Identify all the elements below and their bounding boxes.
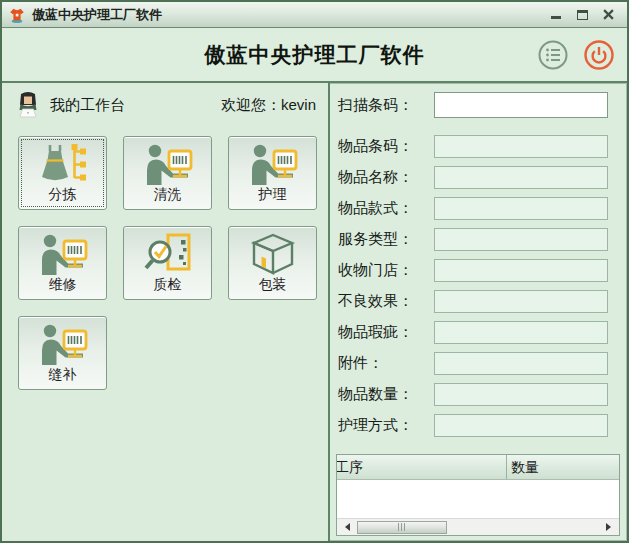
button-label: 质检 (154, 276, 182, 294)
button-label: 护理 (259, 186, 287, 204)
header: 傲蓝中央护理工厂软件 (2, 28, 627, 83)
item-quantity-row: 物品数量： (338, 382, 620, 406)
attachment-input[interactable] (434, 352, 608, 375)
person-monitor-icon (248, 137, 298, 186)
attachment-row: 附件： (338, 351, 620, 375)
bad-effect-input[interactable] (434, 290, 608, 313)
item-name-row: 物品名称： (338, 165, 620, 189)
person-monitor-icon (38, 317, 88, 366)
scan-barcode-label: 扫描条码： (338, 96, 434, 115)
item-quantity-input[interactable] (434, 383, 608, 406)
button-label: 缝补 (49, 366, 77, 384)
close-icon (603, 9, 614, 20)
action-button-grid: 分拣 清洗 (18, 136, 328, 390)
menu-list-icon[interactable] (537, 39, 569, 71)
bad-effect-row: 不良效果： (338, 289, 620, 313)
button-label: 分拣 (49, 186, 77, 204)
packing-button[interactable]: 包装 (228, 226, 317, 300)
minimize-button[interactable] (549, 8, 563, 22)
scrollbar-thumb[interactable] (357, 521, 447, 534)
scan-barcode-row: 扫描条码： (338, 92, 620, 118)
page-title: 傲蓝中央护理工厂软件 (205, 41, 425, 69)
washing-button[interactable]: 清洗 (123, 136, 212, 210)
app-window: 傲蓝中央护理工厂软件 傲蓝中央护理工厂软件 (0, 0, 629, 543)
item-fields: 物品条码： 物品名称： 物品款式： 服务类型： 收物门店： (336, 134, 620, 444)
window-title: 傲蓝中央护理工厂软件 (32, 6, 162, 24)
scan-barcode-input[interactable] (434, 92, 608, 118)
column-header-process[interactable]: 工序 (337, 455, 507, 479)
package-box-icon (248, 227, 298, 276)
window-controls (549, 8, 621, 22)
button-label: 包装 (259, 276, 287, 294)
close-button[interactable] (601, 8, 615, 22)
dress-sort-icon (38, 137, 88, 186)
repair-button[interactable]: 维修 (18, 226, 107, 300)
workbench-header: 我的工作台 欢迎您：kevin (14, 90, 316, 120)
scroll-left-arrow-icon[interactable] (341, 523, 350, 531)
button-label: 清洗 (154, 186, 182, 204)
workbench-title: 我的工作台 (50, 96, 125, 115)
item-barcode-input[interactable] (434, 135, 608, 158)
receiving-store-row: 收物门店： (338, 258, 620, 282)
care-button[interactable]: 护理 (228, 136, 317, 210)
person-monitor-icon (143, 137, 193, 186)
item-flaw-row: 物品瑕疵： (338, 320, 620, 344)
app-tshirt-icon (8, 6, 26, 24)
thumb-grip-icon (398, 523, 407, 531)
button-label: 维修 (49, 276, 77, 294)
power-icon[interactable] (583, 39, 615, 71)
care-method-input[interactable] (434, 414, 608, 437)
process-table-body (337, 480, 619, 518)
horizontal-scrollbar[interactable] (337, 518, 619, 535)
user-avatar (14, 91, 42, 119)
mending-button[interactable]: 缝补 (18, 316, 107, 390)
service-type-row: 服务类型： (338, 227, 620, 251)
item-detail-panel: 扫描条码： 物品条码： 物品名称： 物品款式： 服务类型： (330, 83, 627, 541)
item-style-row: 物品款式： (338, 196, 620, 220)
care-method-row: 护理方式： (338, 413, 620, 437)
main-content: 我的工作台 欢迎您：kevin (2, 83, 627, 541)
item-style-input[interactable] (434, 197, 608, 220)
sorting-button[interactable]: 分拣 (18, 136, 107, 210)
scroll-right-arrow-icon[interactable] (606, 523, 615, 531)
process-table: 工序 数量 (336, 454, 620, 536)
item-name-input[interactable] (434, 166, 608, 189)
magnifier-check-icon (143, 227, 193, 276)
item-flaw-input[interactable] (434, 321, 608, 344)
service-type-input[interactable] (434, 228, 608, 251)
titlebar[interactable]: 傲蓝中央护理工厂软件 (2, 2, 627, 28)
person-monitor-icon (38, 227, 88, 276)
receiving-store-input[interactable] (434, 259, 608, 282)
welcome-text: 欢迎您：kevin (221, 96, 316, 115)
maximize-button[interactable] (575, 8, 589, 22)
header-icons (537, 39, 615, 71)
column-header-quantity[interactable]: 数量 (507, 455, 619, 479)
quality-check-button[interactable]: 质检 (123, 226, 212, 300)
workbench-panel: 我的工作台 欢迎您：kevin (2, 83, 330, 541)
item-barcode-row: 物品条码： (338, 134, 620, 158)
username: kevin (281, 96, 316, 113)
process-table-header: 工序 数量 (337, 455, 619, 480)
